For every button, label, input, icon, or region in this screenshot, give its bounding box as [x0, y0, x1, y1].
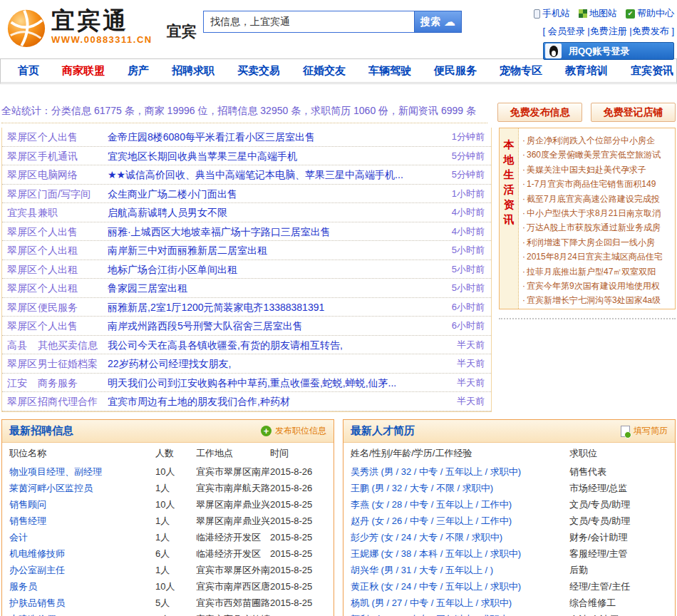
listing-category[interactable]: 个人出售	[38, 128, 108, 146]
nav-item[interactable]: 宜宾资讯	[619, 64, 677, 78]
listing-region[interactable]: 高县	[2, 336, 38, 354]
resume-info-link[interactable]: 吴秀洪 (男 / 32 / 中专 / 五年以上 / 求职中)	[351, 463, 569, 480]
news-item[interactable]: ·中小户型供大于求8月21日南京取消	[522, 206, 673, 220]
listing-region[interactable]: 翠屏区	[2, 392, 38, 411]
listing-category[interactable]: 招商代理合作	[38, 392, 108, 411]
listing-region[interactable]: 翠屏区	[2, 147, 38, 165]
job-title-link[interactable]: 物业项目经理、副经理	[9, 463, 155, 480]
resume-info-link[interactable]: 黄正秋 (女 / 24 / 中专 / 五年以上 / 求职中)	[351, 578, 569, 595]
listing-title-link[interactable]: 明天我们公司到江安收购各种中草药,重点收僵蚕,蛇蜕,蝉蜕,仙茅...	[108, 374, 444, 392]
nav-item[interactable]: 商家联盟	[51, 64, 116, 78]
member-login-link[interactable]: 会员登录	[548, 26, 585, 36]
news-item[interactable]: ·美媒关注中国夫妇赴美代孕求子	[522, 163, 673, 177]
listing-category[interactable]: 其他买卖信息	[38, 336, 108, 354]
publish-info-button[interactable]: 免费发布信息	[497, 103, 582, 122]
listing-region[interactable]: 翠屏区	[2, 165, 38, 184]
listing-title-link[interactable]: 南岸新三中对面丽雅新居二居室出租	[108, 241, 444, 260]
listing-region[interactable]: 翠屏区	[2, 411, 38, 413]
logo[interactable]: 宜宾通 WWW.00883311.CN 宜宾	[6, 4, 197, 48]
nav-item[interactable]: 招聘求职	[160, 64, 226, 78]
news-item[interactable]: ·360度全景俯瞰美景宜宾低空旅游试	[522, 148, 673, 162]
listing-region[interactable]: 翠屏区	[2, 241, 38, 260]
listing-category[interactable]: 个人出售	[38, 317, 108, 335]
search-button[interactable]: 搜索	[414, 11, 462, 33]
listing-title-link[interactable]: 丽雅·上城西区大地坡幸福广场十字路口三居室出售	[108, 222, 444, 241]
listing-title-link[interactable]: 金帝庄园8楼6080每平米看江看小区三居室出售	[108, 128, 444, 146]
listing-title-link[interactable]: 鲁家园三居室出租	[108, 279, 444, 297]
job-title-link[interactable]: 护肤品销售员	[9, 595, 155, 611]
listing-region[interactable]: 翠屏区	[2, 317, 38, 335]
job-title-link[interactable]: 机电维修技师	[9, 545, 155, 562]
nav-item[interactable]: 教育培训	[554, 64, 619, 78]
listing-region[interactable]: 宜宾县	[2, 203, 38, 222]
publish-job-link[interactable]: 发布职位信息	[261, 425, 326, 437]
news-item[interactable]: ·拉菲月底推出新户型47㎡双室双阳	[522, 265, 673, 279]
nav-item[interactable]: 首页	[6, 64, 51, 78]
nav-item[interactable]: 便民服务	[423, 64, 488, 78]
resume-info-link[interactable]: 杨凯 (男 / 27 / 中专 / 五年以上 / 求职中)	[351, 595, 569, 611]
qq-login-button[interactable]: 用QQ账号登录	[543, 42, 674, 60]
listing-title-link[interactable]: 宜宾地区长期回收典当苹果三星中高端手机	[108, 147, 444, 165]
listing-title-link[interactable]: ★★诚信高价回收、典当中高端笔记本电脑、苹果三星中高端手机...	[108, 165, 444, 184]
search-input[interactable]	[203, 11, 414, 33]
listing-region[interactable]: 翠屏区	[2, 354, 38, 373]
news-item[interactable]: ·2015年8月24日宜宾主城区商品住宅	[522, 250, 673, 264]
job-title-link[interactable]: 服务员	[9, 578, 155, 595]
nav-item[interactable]: 征婚交友	[291, 64, 357, 78]
resume-info-link[interactable]: 胡兴华 (男 / 31 / 大专 / 五年以上 / )	[351, 562, 569, 578]
listing-category[interactable]: 商务服务	[38, 374, 108, 392]
listing-title-link[interactable]: 众生商业广场二楼小门面出售	[108, 185, 444, 203]
job-title-link[interactable]: 土建造价师	[9, 611, 155, 616]
nav-item[interactable]: 宠物专区	[488, 64, 554, 78]
listing-title-link[interactable]: 地标广场合江街小区单间出租	[108, 260, 444, 279]
listing-title-link[interactable]: 我公司今天在高县各镇收疆蚕,有货的朋友请相互转告,	[108, 336, 444, 354]
news-item[interactable]: ·利润增速下降大房企回归一线小房	[522, 235, 673, 250]
register-shop-button[interactable]: 免费登记店铺	[591, 103, 676, 122]
listing-category[interactable]: 个人出租	[38, 279, 108, 297]
help-center-link[interactable]: 帮助中心	[626, 7, 674, 20]
job-title-link[interactable]: 销售经理	[9, 513, 155, 529]
listing-region[interactable]: 翠屏区	[2, 128, 38, 146]
resume-info-link[interactable]: 李燕 (女 / 28 / 中专 / 五年以上 / 工作中)	[351, 496, 569, 513]
listing-title-link[interactable]: 启航高薪诚聘人员男女不限	[108, 203, 444, 222]
listing-title-link[interactable]	[108, 411, 444, 413]
resume-info-link[interactable]: 颜利 (女 / 30 / 大专 / 三年以上 / 求职中)	[351, 611, 569, 616]
listing-region[interactable]: 翠屏区	[2, 279, 38, 297]
listing-title-link[interactable]: 丽雅新居,2室1厅1200元简装家电齐13388381391	[108, 298, 444, 317]
job-title-link[interactable]: 销售顾问	[9, 496, 155, 513]
listing-title-link[interactable]: 南岸戎州路西段5号刑警大队宿舍三居室出售	[108, 317, 444, 335]
listing-title-link[interactable]: 22岁药材公司经理找女朋友,	[108, 354, 444, 373]
listing-region[interactable]: 翠屏区	[2, 185, 38, 203]
listing-category[interactable]: 男士征婚档案	[38, 354, 108, 373]
listing-category[interactable]: 个人出租	[38, 260, 108, 279]
listing-region[interactable]: 翠屏区	[2, 222, 38, 241]
job-title-link[interactable]: 会计	[9, 529, 155, 545]
nav-item[interactable]: 房产	[116, 64, 160, 78]
news-item[interactable]: ·1-7月宜宾市商品住宅销售面积149	[522, 177, 673, 191]
resume-info-link[interactable]: 王妮娜 (女 / 38 / 本科 / 五年以上 / 求职中)	[351, 545, 569, 562]
job-title-link[interactable]: 办公室副主任	[9, 562, 155, 578]
listing-category[interactable]: 电脑网络	[38, 165, 108, 184]
news-item[interactable]: ·万达A股上市获股东通过新业务成房	[522, 220, 673, 235]
listing-category[interactable]	[38, 411, 108, 413]
nav-item[interactable]: 买卖交易	[226, 64, 291, 78]
listing-region[interactable]: 江安	[2, 374, 38, 392]
listing-category[interactable]: 兼职	[38, 203, 108, 222]
news-item[interactable]: ·宜宾新增长宁七洞沟等3处国家4a级	[522, 293, 673, 307]
resume-info-link[interactable]: 王鹏 (男 / 32 / 大专 / 不限 / 求职中)	[351, 480, 569, 496]
listing-category[interactable]: 个人出售	[38, 222, 108, 241]
nav-item[interactable]: 车辆驾驶	[357, 64, 423, 78]
free-post-link[interactable]: 免费发布	[627, 26, 669, 36]
news-item[interactable]: ·截至7月底宜宾高速公路建设完成投	[522, 192, 673, 206]
listing-category[interactable]: 手机通讯	[38, 147, 108, 165]
free-register-link[interactable]: 免费注册	[585, 26, 627, 36]
listing-category[interactable]: 个人出租	[38, 241, 108, 260]
fill-resume-link[interactable]: 填写简历	[621, 425, 668, 437]
listing-category[interactable]: 门面/写字间	[38, 185, 108, 203]
mobile-site-link[interactable]: 手机站	[534, 7, 570, 20]
resume-info-link[interactable]: 彭少芳 (女 / 24 / 大专 / 不限 / 求职中)	[351, 529, 569, 545]
job-title-link[interactable]: 莱茵河畔小区监控员	[9, 480, 155, 496]
resume-info-link[interactable]: 赵丹 (女 / 26 / 中专 / 三年以上 / 工作中)	[351, 513, 569, 529]
map-site-link[interactable]: 地图站	[579, 7, 617, 20]
news-item[interactable]: ·宜宾今年第9次国有建设用地使用权	[522, 279, 673, 293]
